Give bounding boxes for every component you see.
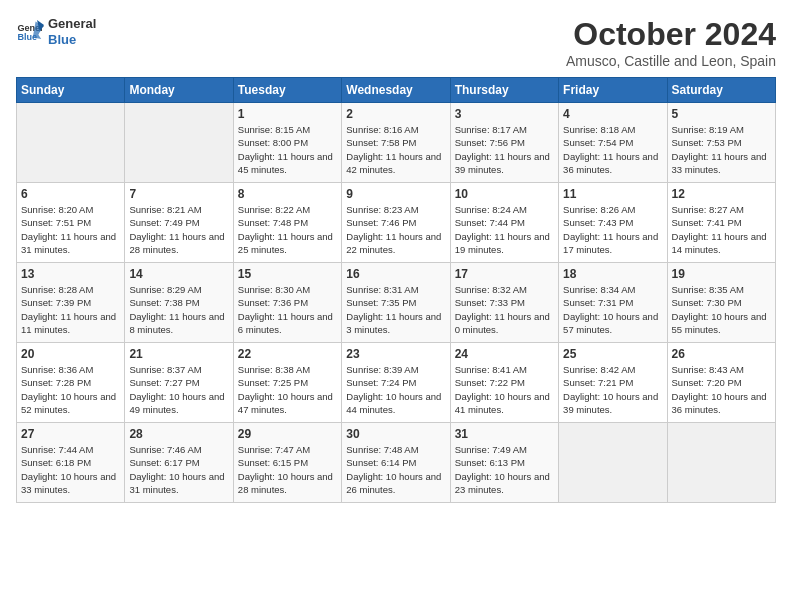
day-number: 23 (346, 347, 445, 361)
day-number: 12 (672, 187, 771, 201)
day-cell: 21 Sunrise: 8:37 AMSunset: 7:27 PMDaylig… (125, 343, 233, 423)
day-cell: 20 Sunrise: 8:36 AMSunset: 7:28 PMDaylig… (17, 343, 125, 423)
day-number: 15 (238, 267, 337, 281)
day-cell: 27 Sunrise: 7:44 AMSunset: 6:18 PMDaylig… (17, 423, 125, 503)
day-number: 19 (672, 267, 771, 281)
logo-blue-text: Blue (48, 32, 96, 48)
logo: General Blue General Blue (16, 16, 96, 47)
day-number: 9 (346, 187, 445, 201)
day-info: Sunrise: 8:32 AMSunset: 7:33 PMDaylight:… (455, 283, 554, 336)
day-number: 24 (455, 347, 554, 361)
day-info: Sunrise: 8:26 AMSunset: 7:43 PMDaylight:… (563, 203, 662, 256)
day-info: Sunrise: 8:43 AMSunset: 7:20 PMDaylight:… (672, 363, 771, 416)
day-number: 26 (672, 347, 771, 361)
day-cell: 9 Sunrise: 8:23 AMSunset: 7:46 PMDayligh… (342, 183, 450, 263)
day-number: 20 (21, 347, 120, 361)
day-info: Sunrise: 8:38 AMSunset: 7:25 PMDaylight:… (238, 363, 337, 416)
day-cell: 31 Sunrise: 7:49 AMSunset: 6:13 PMDaylig… (450, 423, 558, 503)
day-info: Sunrise: 8:30 AMSunset: 7:36 PMDaylight:… (238, 283, 337, 336)
page-header: General Blue General Blue October 2024 A… (16, 16, 776, 69)
day-info: Sunrise: 7:47 AMSunset: 6:15 PMDaylight:… (238, 443, 337, 496)
day-cell (17, 103, 125, 183)
day-number: 10 (455, 187, 554, 201)
day-cell: 15 Sunrise: 8:30 AMSunset: 7:36 PMDaylig… (233, 263, 341, 343)
week-row-4: 20 Sunrise: 8:36 AMSunset: 7:28 PMDaylig… (17, 343, 776, 423)
column-header-saturday: Saturday (667, 78, 775, 103)
day-info: Sunrise: 8:41 AMSunset: 7:22 PMDaylight:… (455, 363, 554, 416)
day-number: 16 (346, 267, 445, 281)
day-cell: 17 Sunrise: 8:32 AMSunset: 7:33 PMDaylig… (450, 263, 558, 343)
day-number: 18 (563, 267, 662, 281)
day-number: 5 (672, 107, 771, 121)
day-info: Sunrise: 8:15 AMSunset: 8:00 PMDaylight:… (238, 123, 337, 176)
day-info: Sunrise: 8:28 AMSunset: 7:39 PMDaylight:… (21, 283, 120, 336)
day-info: Sunrise: 8:19 AMSunset: 7:53 PMDaylight:… (672, 123, 771, 176)
day-number: 7 (129, 187, 228, 201)
day-cell: 3 Sunrise: 8:17 AMSunset: 7:56 PMDayligh… (450, 103, 558, 183)
day-cell: 7 Sunrise: 8:21 AMSunset: 7:49 PMDayligh… (125, 183, 233, 263)
day-cell: 11 Sunrise: 8:26 AMSunset: 7:43 PMDaylig… (559, 183, 667, 263)
day-number: 13 (21, 267, 120, 281)
day-cell: 24 Sunrise: 8:41 AMSunset: 7:22 PMDaylig… (450, 343, 558, 423)
column-header-friday: Friday (559, 78, 667, 103)
day-info: Sunrise: 8:42 AMSunset: 7:21 PMDaylight:… (563, 363, 662, 416)
day-cell: 12 Sunrise: 8:27 AMSunset: 7:41 PMDaylig… (667, 183, 775, 263)
day-number: 6 (21, 187, 120, 201)
day-info: Sunrise: 8:39 AMSunset: 7:24 PMDaylight:… (346, 363, 445, 416)
day-info: Sunrise: 8:18 AMSunset: 7:54 PMDaylight:… (563, 123, 662, 176)
week-row-5: 27 Sunrise: 7:44 AMSunset: 6:18 PMDaylig… (17, 423, 776, 503)
day-number: 21 (129, 347, 228, 361)
day-number: 25 (563, 347, 662, 361)
day-cell: 2 Sunrise: 8:16 AMSunset: 7:58 PMDayligh… (342, 103, 450, 183)
day-info: Sunrise: 8:22 AMSunset: 7:48 PMDaylight:… (238, 203, 337, 256)
day-cell: 8 Sunrise: 8:22 AMSunset: 7:48 PMDayligh… (233, 183, 341, 263)
day-number: 30 (346, 427, 445, 441)
day-cell: 29 Sunrise: 7:47 AMSunset: 6:15 PMDaylig… (233, 423, 341, 503)
day-number: 3 (455, 107, 554, 121)
day-number: 29 (238, 427, 337, 441)
day-cell: 1 Sunrise: 8:15 AMSunset: 8:00 PMDayligh… (233, 103, 341, 183)
day-cell: 16 Sunrise: 8:31 AMSunset: 7:35 PMDaylig… (342, 263, 450, 343)
day-info: Sunrise: 7:46 AMSunset: 6:17 PMDaylight:… (129, 443, 228, 496)
calendar-table: SundayMondayTuesdayWednesdayThursdayFrid… (16, 77, 776, 503)
week-row-2: 6 Sunrise: 8:20 AMSunset: 7:51 PMDayligh… (17, 183, 776, 263)
day-number: 1 (238, 107, 337, 121)
day-cell (559, 423, 667, 503)
day-cell: 25 Sunrise: 8:42 AMSunset: 7:21 PMDaylig… (559, 343, 667, 423)
day-info: Sunrise: 8:27 AMSunset: 7:41 PMDaylight:… (672, 203, 771, 256)
column-header-thursday: Thursday (450, 78, 558, 103)
day-number: 8 (238, 187, 337, 201)
day-cell (125, 103, 233, 183)
day-cell: 14 Sunrise: 8:29 AMSunset: 7:38 PMDaylig… (125, 263, 233, 343)
day-cell: 18 Sunrise: 8:34 AMSunset: 7:31 PMDaylig… (559, 263, 667, 343)
day-info: Sunrise: 8:35 AMSunset: 7:30 PMDaylight:… (672, 283, 771, 336)
day-info: Sunrise: 7:44 AMSunset: 6:18 PMDaylight:… (21, 443, 120, 496)
day-cell: 6 Sunrise: 8:20 AMSunset: 7:51 PMDayligh… (17, 183, 125, 263)
day-cell: 22 Sunrise: 8:38 AMSunset: 7:25 PMDaylig… (233, 343, 341, 423)
day-info: Sunrise: 8:21 AMSunset: 7:49 PMDaylight:… (129, 203, 228, 256)
day-number: 31 (455, 427, 554, 441)
logo-general-text: General (48, 16, 96, 32)
column-header-wednesday: Wednesday (342, 78, 450, 103)
location-subtitle: Amusco, Castille and Leon, Spain (566, 53, 776, 69)
column-header-monday: Monday (125, 78, 233, 103)
day-number: 22 (238, 347, 337, 361)
month-title: October 2024 (566, 16, 776, 53)
day-cell: 23 Sunrise: 8:39 AMSunset: 7:24 PMDaylig… (342, 343, 450, 423)
day-info: Sunrise: 8:29 AMSunset: 7:38 PMDaylight:… (129, 283, 228, 336)
day-cell: 4 Sunrise: 8:18 AMSunset: 7:54 PMDayligh… (559, 103, 667, 183)
day-cell: 13 Sunrise: 8:28 AMSunset: 7:39 PMDaylig… (17, 263, 125, 343)
day-info: Sunrise: 8:31 AMSunset: 7:35 PMDaylight:… (346, 283, 445, 336)
week-row-1: 1 Sunrise: 8:15 AMSunset: 8:00 PMDayligh… (17, 103, 776, 183)
day-info: Sunrise: 7:48 AMSunset: 6:14 PMDaylight:… (346, 443, 445, 496)
day-number: 14 (129, 267, 228, 281)
day-cell: 5 Sunrise: 8:19 AMSunset: 7:53 PMDayligh… (667, 103, 775, 183)
day-info: Sunrise: 8:34 AMSunset: 7:31 PMDaylight:… (563, 283, 662, 336)
day-info: Sunrise: 8:23 AMSunset: 7:46 PMDaylight:… (346, 203, 445, 256)
logo-icon: General Blue (16, 18, 44, 46)
day-number: 11 (563, 187, 662, 201)
column-header-sunday: Sunday (17, 78, 125, 103)
day-number: 4 (563, 107, 662, 121)
day-cell: 30 Sunrise: 7:48 AMSunset: 6:14 PMDaylig… (342, 423, 450, 503)
day-cell: 10 Sunrise: 8:24 AMSunset: 7:44 PMDaylig… (450, 183, 558, 263)
